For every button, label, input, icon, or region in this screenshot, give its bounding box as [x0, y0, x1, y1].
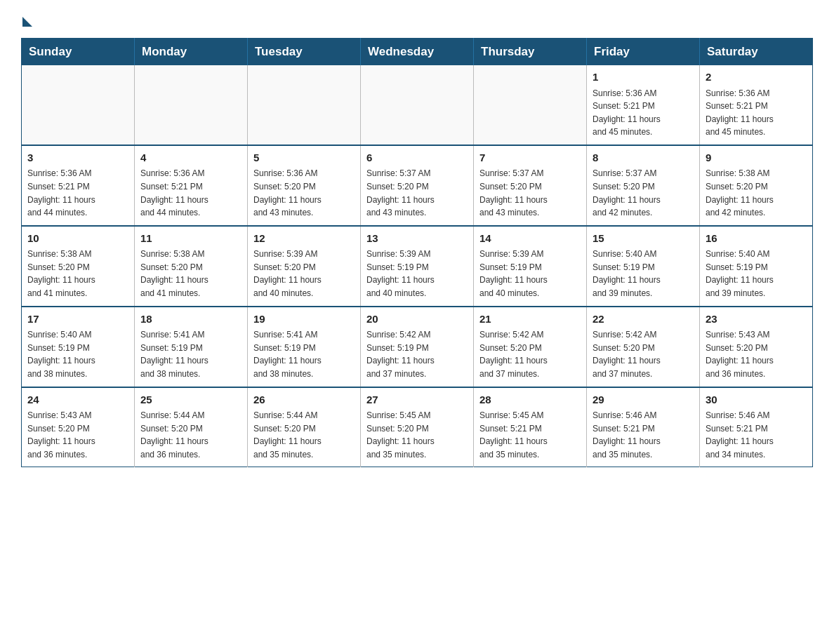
- day-info: Sunrise: 5:36 AM Sunset: 5:20 PM Dayligh…: [253, 167, 355, 219]
- day-number: 9: [706, 150, 807, 166]
- day-info: Sunrise: 5:43 AM Sunset: 5:20 PM Dayligh…: [27, 409, 128, 461]
- calendar-cell: 16Sunrise: 5:40 AM Sunset: 5:19 PM Dayli…: [700, 226, 813, 307]
- calendar-week-row: 1Sunrise: 5:36 AM Sunset: 5:21 PM Daylig…: [22, 65, 813, 145]
- calendar-cell: 25Sunrise: 5:44 AM Sunset: 5:20 PM Dayli…: [135, 387, 248, 467]
- day-number: 8: [593, 150, 694, 166]
- day-number: 11: [140, 231, 241, 247]
- day-number: 14: [479, 231, 581, 247]
- calendar-week-row: 3Sunrise: 5:36 AM Sunset: 5:21 PM Daylig…: [22, 145, 813, 226]
- day-number: 24: [27, 392, 128, 408]
- day-info: Sunrise: 5:43 AM Sunset: 5:20 PM Dayligh…: [706, 328, 807, 380]
- logo: [21, 14, 32, 25]
- calendar-cell: 24Sunrise: 5:43 AM Sunset: 5:20 PM Dayli…: [22, 387, 135, 467]
- day-number: 10: [27, 231, 128, 247]
- calendar-cell: 6Sunrise: 5:37 AM Sunset: 5:20 PM Daylig…: [361, 145, 474, 226]
- day-info: Sunrise: 5:46 AM Sunset: 5:21 PM Dayligh…: [593, 409, 694, 461]
- day-number: 18: [140, 311, 241, 328]
- weekday-header-sunday: Sunday: [22, 39, 135, 66]
- day-number: 6: [366, 150, 468, 166]
- calendar-cell: 23Sunrise: 5:43 AM Sunset: 5:20 PM Dayli…: [700, 307, 813, 387]
- day-number: 22: [593, 311, 694, 328]
- weekday-header-saturday: Saturday: [700, 39, 813, 66]
- weekday-header-thursday: Thursday: [474, 39, 587, 66]
- day-info: Sunrise: 5:38 AM Sunset: 5:20 PM Dayligh…: [27, 248, 128, 300]
- day-number: 21: [479, 311, 581, 328]
- weekday-header-monday: Monday: [135, 39, 248, 66]
- calendar-cell: 14Sunrise: 5:39 AM Sunset: 5:19 PM Dayli…: [474, 226, 587, 307]
- weekday-header-friday: Friday: [587, 39, 700, 66]
- day-info: Sunrise: 5:36 AM Sunset: 5:21 PM Dayligh…: [27, 167, 128, 219]
- calendar-cell: [135, 65, 248, 145]
- calendar-cell: 12Sunrise: 5:39 AM Sunset: 5:20 PM Dayli…: [248, 226, 361, 307]
- page-header: [21, 14, 813, 25]
- day-info: Sunrise: 5:39 AM Sunset: 5:19 PM Dayligh…: [366, 248, 468, 300]
- day-number: 17: [27, 311, 128, 328]
- day-number: 12: [253, 231, 355, 247]
- day-number: 13: [366, 231, 468, 247]
- day-info: Sunrise: 5:40 AM Sunset: 5:19 PM Dayligh…: [27, 328, 128, 380]
- day-info: Sunrise: 5:39 AM Sunset: 5:19 PM Dayligh…: [479, 248, 581, 300]
- day-info: Sunrise: 5:36 AM Sunset: 5:21 PM Dayligh…: [706, 87, 807, 139]
- calendar-cell: 18Sunrise: 5:41 AM Sunset: 5:19 PM Dayli…: [135, 307, 248, 387]
- calendar-cell: 20Sunrise: 5:42 AM Sunset: 5:19 PM Dayli…: [361, 307, 474, 387]
- day-number: 25: [140, 392, 241, 408]
- day-number: 19: [253, 311, 355, 328]
- calendar-cell: 30Sunrise: 5:46 AM Sunset: 5:21 PM Dayli…: [700, 387, 813, 467]
- calendar-cell: 1Sunrise: 5:36 AM Sunset: 5:21 PM Daylig…: [587, 65, 700, 145]
- calendar-cell: 4Sunrise: 5:36 AM Sunset: 5:21 PM Daylig…: [135, 145, 248, 226]
- day-number: 1: [593, 69, 694, 86]
- day-number: 2: [706, 69, 807, 86]
- calendar-cell: 29Sunrise: 5:46 AM Sunset: 5:21 PM Dayli…: [587, 387, 700, 467]
- calendar-cell: 27Sunrise: 5:45 AM Sunset: 5:20 PM Dayli…: [361, 387, 474, 467]
- day-number: 15: [593, 231, 694, 247]
- day-number: 28: [479, 392, 581, 408]
- day-info: Sunrise: 5:46 AM Sunset: 5:21 PM Dayligh…: [706, 409, 807, 461]
- calendar-cell: 2Sunrise: 5:36 AM Sunset: 5:21 PM Daylig…: [700, 65, 813, 145]
- day-info: Sunrise: 5:44 AM Sunset: 5:20 PM Dayligh…: [253, 409, 355, 461]
- logo-arrow-icon: [22, 17, 32, 27]
- day-number: 5: [253, 150, 355, 166]
- calendar-cell: 3Sunrise: 5:36 AM Sunset: 5:21 PM Daylig…: [22, 145, 135, 226]
- calendar-cell: 28Sunrise: 5:45 AM Sunset: 5:21 PM Dayli…: [474, 387, 587, 467]
- day-number: 23: [706, 311, 807, 328]
- calendar-cell: 15Sunrise: 5:40 AM Sunset: 5:19 PM Dayli…: [587, 226, 700, 307]
- day-info: Sunrise: 5:41 AM Sunset: 5:19 PM Dayligh…: [140, 328, 241, 380]
- day-number: 20: [366, 311, 468, 328]
- day-info: Sunrise: 5:41 AM Sunset: 5:19 PM Dayligh…: [253, 328, 355, 380]
- day-info: Sunrise: 5:42 AM Sunset: 5:19 PM Dayligh…: [366, 328, 468, 380]
- calendar-table: SundayMondayTuesdayWednesdayThursdayFrid…: [21, 38, 813, 467]
- calendar-cell: 22Sunrise: 5:42 AM Sunset: 5:20 PM Dayli…: [587, 307, 700, 387]
- calendar-cell: 11Sunrise: 5:38 AM Sunset: 5:20 PM Dayli…: [135, 226, 248, 307]
- calendar-cell: 9Sunrise: 5:38 AM Sunset: 5:20 PM Daylig…: [700, 145, 813, 226]
- day-info: Sunrise: 5:37 AM Sunset: 5:20 PM Dayligh…: [593, 167, 694, 219]
- calendar-cell: [361, 65, 474, 145]
- calendar-cell: 8Sunrise: 5:37 AM Sunset: 5:20 PM Daylig…: [587, 145, 700, 226]
- calendar-cell: 17Sunrise: 5:40 AM Sunset: 5:19 PM Dayli…: [22, 307, 135, 387]
- day-info: Sunrise: 5:45 AM Sunset: 5:20 PM Dayligh…: [366, 409, 468, 461]
- calendar-cell: 7Sunrise: 5:37 AM Sunset: 5:20 PM Daylig…: [474, 145, 587, 226]
- day-info: Sunrise: 5:36 AM Sunset: 5:21 PM Dayligh…: [140, 167, 241, 219]
- day-info: Sunrise: 5:45 AM Sunset: 5:21 PM Dayligh…: [479, 409, 581, 461]
- day-info: Sunrise: 5:44 AM Sunset: 5:20 PM Dayligh…: [140, 409, 241, 461]
- day-info: Sunrise: 5:39 AM Sunset: 5:20 PM Dayligh…: [253, 248, 355, 300]
- calendar-cell: 13Sunrise: 5:39 AM Sunset: 5:19 PM Dayli…: [361, 226, 474, 307]
- calendar-cell: [248, 65, 361, 145]
- calendar-cell: [22, 65, 135, 145]
- day-info: Sunrise: 5:42 AM Sunset: 5:20 PM Dayligh…: [593, 328, 694, 380]
- day-info: Sunrise: 5:40 AM Sunset: 5:19 PM Dayligh…: [593, 248, 694, 300]
- day-info: Sunrise: 5:37 AM Sunset: 5:20 PM Dayligh…: [366, 167, 468, 219]
- calendar-cell: [474, 65, 587, 145]
- weekday-header-wednesday: Wednesday: [361, 39, 474, 66]
- day-info: Sunrise: 5:37 AM Sunset: 5:20 PM Dayligh…: [479, 167, 581, 219]
- calendar-cell: 21Sunrise: 5:42 AM Sunset: 5:20 PM Dayli…: [474, 307, 587, 387]
- day-number: 27: [366, 392, 468, 408]
- weekday-header-tuesday: Tuesday: [248, 39, 361, 66]
- day-info: Sunrise: 5:36 AM Sunset: 5:21 PM Dayligh…: [593, 87, 694, 139]
- day-info: Sunrise: 5:42 AM Sunset: 5:20 PM Dayligh…: [479, 328, 581, 380]
- day-info: Sunrise: 5:40 AM Sunset: 5:19 PM Dayligh…: [706, 248, 807, 300]
- day-number: 30: [706, 392, 807, 408]
- day-number: 4: [140, 150, 241, 166]
- day-number: 26: [253, 392, 355, 408]
- day-number: 16: [706, 231, 807, 247]
- day-number: 3: [27, 150, 128, 166]
